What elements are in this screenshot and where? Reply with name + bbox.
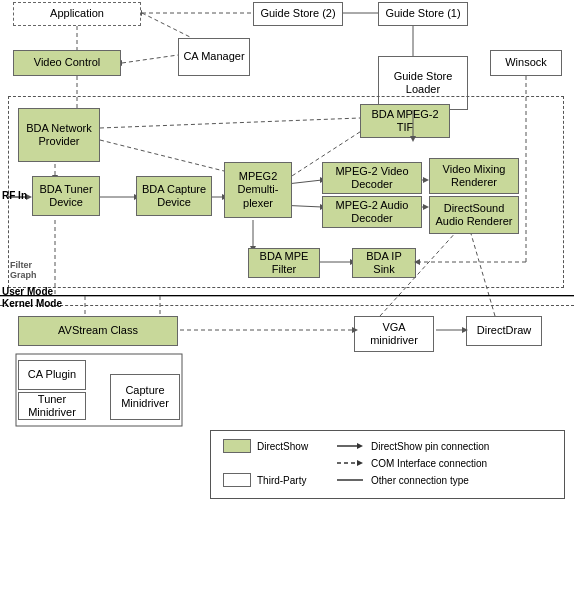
video-mixing-renderer-label: Video Mixing Renderer [434, 163, 514, 189]
guide-store-2-label: Guide Store (2) [260, 7, 335, 20]
svg-line-11 [142, 13, 192, 38]
mpeg2-audio-decoder-label: MPEG-2 Audio Decoder [327, 199, 417, 225]
capture-minidriver-label: Capture Minidriver [115, 384, 175, 410]
bda-mpeg2-tif-box: BDA MPEG-2 TIF [360, 104, 450, 138]
video-control-box: Video Control [13, 50, 121, 76]
legend-com-row: COM Interface connection [223, 456, 552, 470]
ca-plugin-box: CA Plugin [18, 360, 86, 390]
diagram: Application Guide Store (2) Guide Store … [0, 0, 574, 591]
legend-com-label: COM Interface connection [371, 458, 487, 469]
mpeg2-video-decoder-box: MPEG-2 Video Decoder [322, 162, 422, 194]
user-mode-label: User Mode [2, 286, 53, 297]
bda-ip-sink-label: BDA IP Sink [357, 250, 411, 276]
legend-directshow-pin-icon [337, 439, 365, 453]
legend: DirectShow DirectShow pin connection COM… [210, 430, 565, 499]
guide-store-1-label: Guide Store (1) [385, 7, 460, 20]
kernel-separator-dashed [0, 305, 574, 306]
bda-tuner-device-label: BDA Tuner Device [37, 183, 95, 209]
winsock-box: Winsock [490, 50, 562, 76]
avstream-class-box: AVStream Class [18, 316, 178, 346]
bda-mpeg2-tif-label: BDA MPEG-2 TIF [365, 108, 445, 134]
legend-third-party-row: Third-Party Other connection type [223, 473, 552, 487]
svg-line-12 [122, 55, 178, 63]
legend-third-party-icon [223, 473, 251, 487]
directdraw-label: DirectDraw [477, 324, 531, 337]
user-kernel-separator [0, 295, 574, 296]
video-mixing-renderer-box: Video Mixing Renderer [429, 158, 519, 194]
winsock-label: Winsock [505, 56, 547, 69]
svg-marker-50 [357, 460, 363, 466]
bda-mpe-filter-label: BDA MPE Filter [253, 250, 315, 276]
legend-directshow-icon [223, 439, 251, 453]
bda-capture-device-box: BDA Capture Device [136, 176, 212, 216]
filter-graph-label: FilterGraph [10, 260, 37, 280]
directsound-audio-renderer-label: DirectSound Audio Renderer [434, 202, 514, 228]
application-box: Application [13, 2, 141, 26]
vga-minidriver-box: VGA minidriver [354, 316, 434, 352]
video-control-label: Video Control [34, 56, 100, 69]
legend-third-party-label: Third-Party [257, 475, 337, 486]
rf-in-label: RF In [2, 190, 27, 201]
mpeg2-demux-label: MPEG2 Demulti-plexer [229, 170, 287, 210]
guide-store-loader-label: Guide Store Loader [383, 70, 463, 96]
legend-directshow-pin-label: DirectShow pin connection [371, 441, 489, 452]
avstream-class-label: AVStream Class [58, 324, 138, 337]
svg-marker-48 [357, 443, 363, 449]
bda-network-provider-box: BDA Network Provider [18, 108, 100, 162]
ca-plugin-label: CA Plugin [28, 368, 76, 381]
directdraw-box: DirectDraw [466, 316, 542, 346]
kernel-mode-label: Kernel Mode [2, 298, 62, 309]
bda-ip-sink-box: BDA IP Sink [352, 248, 416, 278]
legend-directshow-label: DirectShow [257, 441, 337, 452]
ca-manager-label: CA Manager [183, 50, 244, 63]
vga-minidriver-label: VGA minidriver [359, 321, 429, 347]
bda-network-provider-label: BDA Network Provider [23, 122, 95, 148]
mpeg2-demux-box: MPEG2 Demulti-plexer [224, 162, 292, 218]
bda-capture-device-label: BDA Capture Device [141, 183, 207, 209]
legend-other-label: Other connection type [371, 475, 469, 486]
mpeg2-audio-decoder-box: MPEG-2 Audio Decoder [322, 196, 422, 228]
directsound-audio-renderer-box: DirectSound Audio Renderer [429, 196, 519, 234]
guide-store-2-box: Guide Store (2) [253, 2, 343, 26]
legend-directshow-row: DirectShow DirectShow pin connection [223, 439, 552, 453]
ca-manager-box: CA Manager [178, 38, 250, 76]
tuner-minidriver-box: Tuner Minidriver [18, 392, 86, 420]
legend-other-icon [337, 473, 365, 487]
legend-com-icon [337, 456, 365, 470]
tuner-minidriver-label: Tuner Minidriver [23, 393, 81, 419]
bda-tuner-device-box: BDA Tuner Device [32, 176, 100, 216]
bda-mpe-filter-box: BDA MPE Filter [248, 248, 320, 278]
capture-minidriver-box: Capture Minidriver [110, 374, 180, 420]
application-label: Application [50, 7, 104, 20]
guide-store-1-box: Guide Store (1) [378, 2, 468, 26]
mpeg2-video-decoder-label: MPEG-2 Video Decoder [327, 165, 417, 191]
